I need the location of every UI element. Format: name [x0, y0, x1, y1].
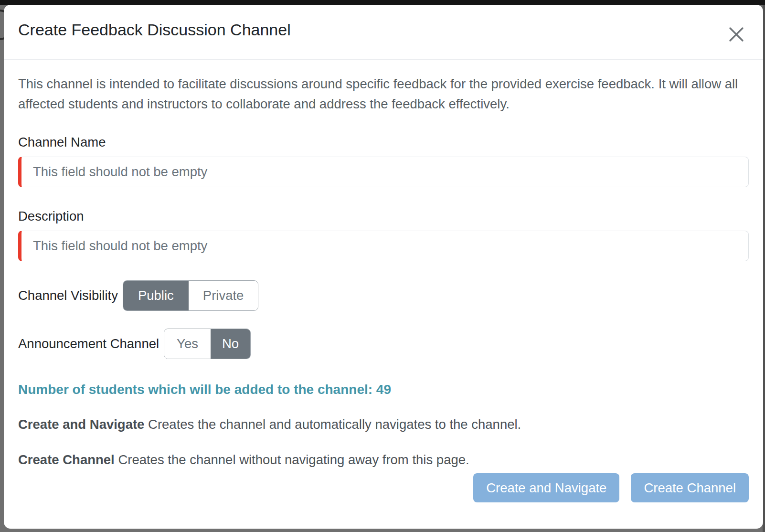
- close-icon: [727, 25, 746, 44]
- modal-title: Create Feedback Discussion Channel: [18, 19, 291, 41]
- channel-name-label: Channel Name: [18, 132, 749, 152]
- create-feedback-channel-modal: Create Feedback Discussion Channel This …: [4, 5, 763, 529]
- modal-body: This channel is intended to facilitate d…: [4, 60, 763, 473]
- channel-name-group: Channel Name: [18, 132, 749, 187]
- announcement-yes-button[interactable]: Yes: [164, 329, 211, 359]
- help-create-channel: Create Channel Creates the channel witho…: [18, 450, 749, 470]
- channel-visibility-label: Channel Visibility: [18, 288, 118, 303]
- announcement-no-button[interactable]: No: [211, 329, 250, 359]
- description-label: Description: [18, 206, 749, 226]
- backdrop-top-bar: [0, 0, 765, 5]
- help-create-and-navigate-text: Creates the channel and automatically na…: [148, 417, 521, 432]
- intro-text: This channel is intended to facilitate d…: [18, 74, 745, 114]
- visibility-public-button[interactable]: Public: [123, 281, 189, 310]
- help-create-and-navigate-term: Create and Navigate: [18, 417, 144, 432]
- modal-header: Create Feedback Discussion Channel: [4, 5, 763, 60]
- modal-footer: Create and Navigate Create Channel: [4, 473, 763, 529]
- channel-name-input[interactable]: [18, 157, 749, 187]
- announcement-toggle-group: Yes No: [164, 329, 251, 359]
- help-create-channel-term: Create Channel: [18, 452, 115, 467]
- create-and-navigate-button[interactable]: Create and Navigate: [473, 473, 619, 502]
- announcement-channel-row: Announcement Channel Yes No: [18, 329, 749, 359]
- description-group: Description: [18, 206, 749, 261]
- channel-visibility-row: Channel Visibility Public Private: [18, 280, 749, 311]
- create-channel-button[interactable]: Create Channel: [631, 473, 749, 502]
- description-input[interactable]: [18, 231, 749, 261]
- visibility-toggle-group: Public Private: [123, 280, 259, 311]
- students-count-note: Number of students which will be added t…: [18, 380, 749, 399]
- help-create-channel-text: Creates the channel without navigating a…: [118, 452, 469, 467]
- announcement-channel-label: Announcement Channel: [18, 336, 159, 351]
- help-create-and-navigate: Create and Navigate Creates the channel …: [18, 415, 749, 435]
- visibility-private-button[interactable]: Private: [189, 281, 258, 310]
- close-button[interactable]: [724, 22, 749, 47]
